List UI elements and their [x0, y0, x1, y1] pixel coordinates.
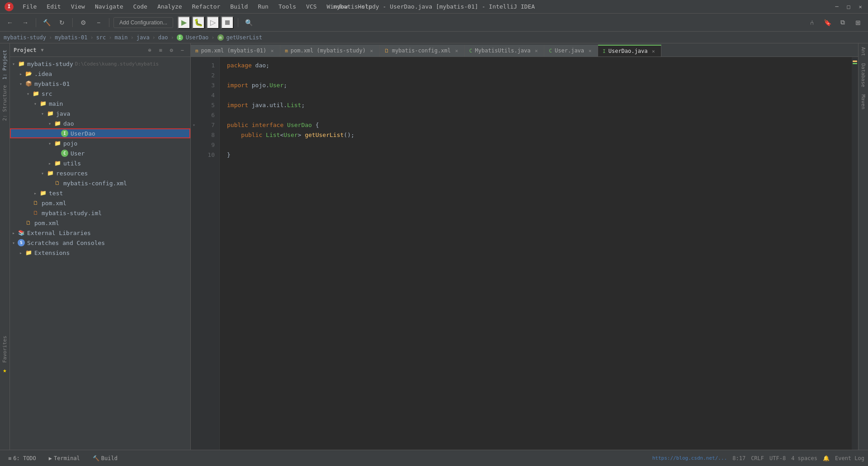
expand-editor-button[interactable]: ⊞ [852, 16, 864, 29]
breadcrumb-userdao[interactable]: UserDao [186, 34, 209, 41]
tree-item-main[interactable]: ▾ 📁 main [10, 99, 190, 108]
tab-close-pom-mybatis01[interactable]: ✕ [269, 47, 275, 54]
tab-close-mybatisutils[interactable]: ✕ [533, 47, 539, 54]
tab-close-user[interactable]: ✕ [587, 47, 593, 54]
tree-item-pom-01[interactable]: ▸ 🗋 pom.xml [10, 198, 190, 208]
tab-pom-mybatis01[interactable]: m pom.xml (mybatis-01) ✕ [191, 45, 280, 56]
breadcrumb-java[interactable]: java [137, 34, 150, 41]
status-indent[interactable]: 4 spaces [791, 455, 817, 461]
toolbar-settings-button[interactable]: ⚙ [77, 16, 90, 29]
breadcrumb-main[interactable]: main [115, 34, 128, 41]
status-position[interactable]: 8:17 [732, 455, 745, 461]
tree-item-java[interactable]: ▾ 📁 java [10, 108, 190, 118]
menu-vcs[interactable]: VCS [304, 2, 318, 11]
breadcrumb-sep-6: › [171, 34, 174, 41]
bookmark-button[interactable]: 🔖 [821, 16, 834, 29]
favorites-star[interactable]: ★ [1, 365, 8, 376]
search-everywhere-button[interactable]: 🔍 [242, 16, 255, 29]
toolbar-forward-button[interactable]: → [19, 16, 32, 29]
breadcrumb-mybatis-study[interactable]: mybatis-study [4, 34, 46, 41]
close-button[interactable]: ✕ [857, 4, 863, 10]
menu-tools[interactable]: Tools [277, 2, 298, 11]
tree-label-test: test [49, 190, 63, 197]
run-button[interactable]: ▶ [178, 16, 190, 29]
menu-refactor[interactable]: Refactor [190, 2, 222, 11]
menu-analyze[interactable]: Analyze [156, 2, 184, 11]
menu-edit[interactable]: Edit [45, 2, 62, 11]
type-user2: User [283, 130, 297, 140]
tree-item-resources[interactable]: ▾ 📁 resources [10, 168, 190, 178]
menu-run[interactable]: Run [256, 2, 270, 11]
menu-build[interactable]: Build [228, 2, 250, 11]
tree-item-dao[interactable]: ▾ 📁 dao [10, 118, 190, 128]
git-button[interactable]: ⑃ [806, 16, 818, 29]
breadcrumb-dao[interactable]: dao [158, 34, 168, 41]
toolbar-build-button[interactable]: 🔨 [40, 16, 53, 29]
favorites-label[interactable]: Favorites [1, 334, 9, 365]
tab-mybatisutils[interactable]: C MybatisUtils.java ✕ [465, 45, 544, 56]
tab-pom-mybatis-study[interactable]: m pom.xml (mybatis-study) ✕ [280, 45, 380, 56]
code-content[interactable]: package dao; import pojo.User; import ja… [220, 57, 852, 450]
menu-file[interactable]: File [21, 2, 38, 11]
tree-item-pojo[interactable]: ▾ 📁 pojo [10, 138, 190, 148]
tab-structure[interactable]: 2: Structure [1, 82, 9, 123]
tree-label-java: java [56, 110, 70, 117]
tree-item-iml[interactable]: ▸ 🗋 mybatis-study.iml [10, 208, 190, 218]
toolbar-sync-button[interactable]: ↻ [56, 16, 68, 29]
breadcrumb-src[interactable]: src [96, 34, 106, 41]
tab-ant[interactable]: Ant [859, 43, 867, 60]
tab-user[interactable]: C User.java ✕ [544, 45, 598, 56]
breadcrumb-getuserlist[interactable]: getUserList [226, 34, 262, 41]
text-parens: (); [344, 130, 354, 140]
tree-label-mybatis-study: mybatis-study [27, 61, 73, 67]
tab-userdao[interactable]: I UserDao.java ✕ [598, 45, 661, 56]
tree-item-idea[interactable]: ▸ 📂 .idea [10, 69, 190, 79]
menu-code[interactable]: Code [132, 2, 149, 11]
tree-item-mybatis-study[interactable]: ▾ 📁 mybatis-study D:\Codes\kuang.study\m… [10, 59, 190, 69]
split-right-button[interactable]: ⧉ [836, 16, 849, 29]
tree-arrow-empty: ▸ [24, 211, 32, 216]
tree-arrow: ▾ [17, 81, 24, 86]
tree-item-src[interactable]: ▾ 📁 src [10, 89, 190, 99]
panel-locate-button[interactable]: ⊕ [145, 46, 154, 55]
tree-item-pom-root[interactable]: ▸ 🗋 pom.xml [10, 218, 190, 228]
tree-item-userdao[interactable]: ▸ I UserDao [10, 128, 190, 138]
tree-item-scratches[interactable]: ▾ S Scratches and Consoles [10, 238, 190, 248]
bottom-tab-todo[interactable]: ≡ 6: TODO [4, 452, 41, 465]
stop-button[interactable]: ⏹ [221, 16, 234, 29]
toolbar-back-button[interactable]: ← [4, 16, 16, 29]
tree-item-extensions[interactable]: ▸ 📁 Extensions [10, 248, 190, 258]
event-log-label[interactable]: Event Log [835, 455, 864, 461]
panel-collapse-button[interactable]: ≡ [156, 46, 165, 55]
tab-close-mybatis-config[interactable]: ✕ [453, 47, 460, 54]
panel-settings-button[interactable]: ⚙ [167, 46, 176, 55]
tree-item-utils[interactable]: ▸ 📁 utils [10, 158, 190, 168]
tree-item-user[interactable]: ▸ C User [10, 148, 190, 158]
tree-item-mybatis-01[interactable]: ▾ 📦 mybatis-01 [10, 79, 190, 89]
tab-close-pom-mybatis-study[interactable]: ✕ [368, 47, 375, 54]
panel-hide-button[interactable]: − [178, 46, 187, 55]
bottom-tab-build[interactable]: 🔨 Build [88, 452, 122, 465]
tree-item-mybatis-config-xml[interactable]: ▸ 🗋 mybatis-config.xml [10, 178, 190, 188]
tab-close-userdao[interactable]: ✕ [650, 48, 656, 54]
status-encoding[interactable]: UTF-8 [769, 455, 786, 461]
breadcrumb-mybatis-01[interactable]: mybatis-01 [55, 34, 87, 41]
minimize-button[interactable]: ─ [834, 4, 840, 10]
tree-item-test[interactable]: ▸ 📁 test [10, 188, 190, 198]
tab-mybatis-config[interactable]: 🗋 mybatis-config.xml ✕ [380, 45, 465, 56]
bottom-tab-terminal[interactable]: ▶ Terminal [44, 452, 85, 465]
menu-navigate[interactable]: Navigate [93, 2, 125, 11]
coverage-button[interactable]: ▷ [207, 16, 219, 29]
fold-arrow-7[interactable]: ▾ [193, 120, 195, 130]
maximize-button[interactable]: □ [845, 4, 852, 10]
debug-button[interactable]: 🐛 [192, 16, 205, 29]
toolbar-minus-button[interactable]: − [92, 16, 105, 29]
status-line-ending[interactable]: CRLF [751, 455, 764, 461]
tab-project[interactable]: 1: Project [1, 47, 9, 82]
add-configuration-button[interactable]: Add Configuration... [113, 17, 173, 28]
panel-dropdown[interactable]: ▼ [41, 47, 44, 52]
tab-database[interactable]: Database [859, 60, 867, 91]
tree-item-ext-libs[interactable]: ▸ 📚 External Libraries [10, 228, 190, 238]
tab-maven[interactable]: Maven [859, 91, 867, 113]
menu-view[interactable]: View [69, 2, 87, 11]
